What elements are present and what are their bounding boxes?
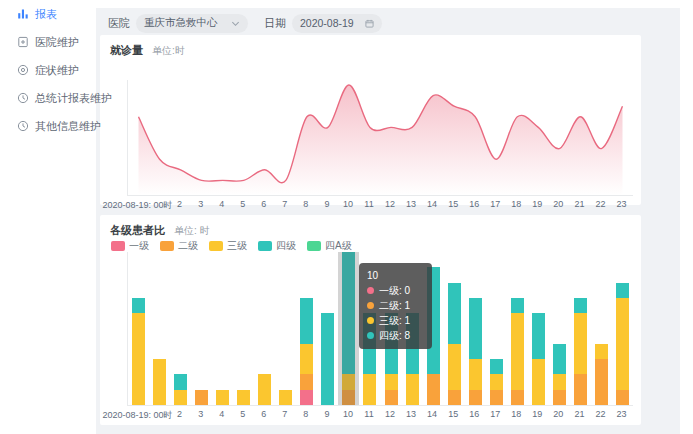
x-tick-label: 22 [595, 409, 605, 419]
visits-chart-title: 就诊量 [110, 43, 143, 58]
date-input-value: 2020-08-19 [300, 17, 354, 29]
bar-segment-二级[interactable] [616, 390, 629, 405]
date-input[interactable]: 2020-08-19 [292, 14, 382, 33]
bar-segment-四级[interactable] [616, 283, 629, 298]
bar-segment-一级[interactable] [300, 390, 313, 405]
calendar-icon [365, 19, 374, 28]
legend-label: 一级 [129, 239, 149, 253]
bar-segment-四级[interactable] [532, 313, 545, 359]
x-tick-label: 17 [490, 199, 500, 209]
sidebar-item-hospital-maintenance[interactable]: 医院维护 [0, 28, 96, 56]
bar-segment-三级[interactable] [385, 374, 398, 389]
hospital-select-value: 重庆市急救中心 [144, 16, 218, 30]
bar-segment-四级[interactable] [300, 298, 313, 344]
bar-segment-二级[interactable] [448, 390, 461, 405]
bar-segment-三级[interactable] [469, 359, 482, 390]
tooltip-series-dot [367, 302, 374, 309]
bar-segment-四级[interactable] [132, 298, 145, 313]
bar-segment-二级[interactable] [511, 390, 524, 405]
visits-area-chart[interactable] [127, 80, 633, 196]
x-tick-label: 2 [177, 199, 182, 209]
sidebar-item-total-report-maintenance[interactable]: 总统计报表维护 [0, 84, 96, 112]
x-tick-label: 19 [532, 199, 542, 209]
sidebar-item-label: 医院维护 [35, 36, 79, 48]
legend-item-level4a[interactable]: 四A级 [307, 239, 352, 253]
bar-segment-三级[interactable] [616, 298, 629, 390]
bar-segment-三级[interactable] [595, 344, 608, 359]
legend-item-level4[interactable]: 四级 [258, 239, 296, 253]
x-tick-label: 17 [490, 409, 500, 419]
x-tick-label: 12 [385, 409, 395, 419]
bar-segment-三级[interactable] [258, 374, 271, 405]
bar-segment-二级[interactable] [469, 390, 482, 405]
bar-segment-四级[interactable] [490, 359, 503, 374]
sidebar-item-other-info-maintenance[interactable]: 其他信息维护 [0, 112, 96, 140]
bar-segment-三级[interactable] [511, 313, 524, 390]
tooltip-series-dot [367, 317, 374, 324]
legend-item-level3[interactable]: 三级 [209, 239, 247, 253]
bar-segment-三级[interactable] [448, 344, 461, 390]
bar-chart-icon [17, 8, 29, 20]
bar-segment-四级[interactable] [511, 298, 524, 313]
bar-segment-二级[interactable] [195, 390, 208, 405]
main-content: 医院 重庆市急救中心 日期 2020-08-19 就诊量 单位:时 2020-0… [96, 8, 680, 434]
x-tick-label: 5 [240, 409, 245, 419]
bar-segment-二级[interactable] [595, 359, 608, 405]
legend-label: 四级 [276, 239, 296, 253]
bar-segment-三级[interactable] [406, 374, 419, 405]
bar-segment-三级[interactable] [532, 359, 545, 405]
sidebar-item-reports[interactable]: 报表 [0, 0, 96, 28]
area-series [128, 80, 633, 195]
bar-segment-三级[interactable] [237, 390, 250, 405]
x-tick-label: 9 [324, 409, 329, 419]
bar-segment-四级[interactable] [321, 313, 334, 405]
bar-segment-四级[interactable] [574, 298, 587, 313]
bar-segment-二级[interactable] [300, 374, 313, 389]
bar-segment-二级[interactable] [385, 390, 398, 405]
bar-segment-二级[interactable] [574, 374, 587, 405]
x-tick-label: 8 [303, 409, 308, 419]
bar-segment-三级[interactable] [363, 374, 376, 405]
x-tick-label: 11 [364, 409, 373, 419]
tooltip-row: 三级: 1 [367, 313, 423, 328]
bar-segment-三级[interactable] [490, 374, 503, 389]
levels-chart-card: 各级患者比 单位: 时 一级 二级 三级 四级 四A级 [100, 215, 641, 425]
bar-segment-四级[interactable] [553, 344, 566, 375]
bar-segment-四级[interactable] [174, 374, 187, 389]
bar-segment-四级[interactable] [448, 283, 461, 344]
bar-segment-三级[interactable] [216, 390, 229, 405]
legend-label: 二级 [178, 239, 198, 253]
levels-card-header: 各级患者比 单位: 时 [110, 223, 210, 238]
x-tick-label: 10 [343, 409, 353, 419]
legend-chip-level1 [111, 241, 125, 251]
bar-segment-三级[interactable] [553, 374, 566, 389]
legend-item-level2[interactable]: 二级 [160, 239, 198, 253]
bar-segment-四级[interactable] [469, 298, 482, 359]
bar-segment-三级[interactable] [132, 313, 145, 405]
levels-x-axis: 2020-08-19: 00时2345678910111213141516171… [127, 409, 632, 421]
x-tick-label: 3 [198, 199, 203, 209]
bar-segment-三级[interactable] [300, 344, 313, 375]
bar-segment-三级[interactable] [153, 359, 166, 405]
bar-segment-二级[interactable] [490, 390, 503, 405]
legend-item-level1[interactable]: 一级 [111, 239, 149, 253]
x-tick-label: 22 [595, 199, 605, 209]
bar-segment-三级[interactable] [279, 390, 292, 405]
bar-segment-二级[interactable] [427, 374, 440, 405]
sidebar-item-symptom-maintenance[interactable]: 症状维护 [0, 56, 96, 84]
hospital-select[interactable]: 重庆市急救中心 [136, 14, 248, 33]
bar-segment-三级[interactable] [574, 313, 587, 374]
x-tick-label: 3 [198, 409, 203, 419]
sidebar-item-label: 总统计报表维护 [35, 92, 112, 104]
x-tick-label: 21 [574, 409, 584, 419]
hospital-icon [17, 36, 29, 48]
x-tick-label: 9 [324, 199, 329, 209]
levels-bar-chart[interactable]: 10 一级: 0二级: 1三级: 1四级: 8 [127, 252, 633, 406]
bar-segment-二级[interactable] [553, 390, 566, 405]
legend-chip-level3 [209, 241, 223, 251]
chevron-down-icon [231, 19, 240, 28]
x-tick-label: 15 [448, 199, 458, 209]
x-tick-label: 2020-08-19: 00时 [102, 199, 172, 212]
bar-segment-三级[interactable] [174, 390, 187, 405]
symptom-icon [17, 64, 29, 76]
